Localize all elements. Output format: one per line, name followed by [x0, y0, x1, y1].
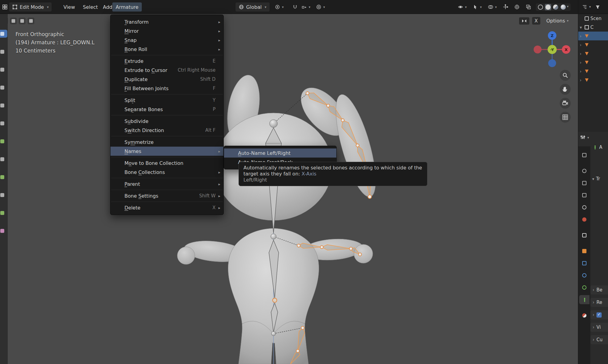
- outliner-row-object-1[interactable]: ›: [578, 32, 608, 40]
- menu-item-extrude[interactable]: ExtrudeE: [110, 56, 223, 66]
- measure-tool-button[interactable]: [0, 173, 7, 181]
- show-overlays-toggle[interactable]: [513, 4, 521, 10]
- extrude-tool-button[interactable]: [0, 191, 7, 199]
- menu-armature[interactable]: Armature: [112, 2, 142, 12]
- mirror-axes-button[interactable]: [519, 17, 529, 25]
- submenu-item-auto-name-left-right[interactable]: Auto-Name Left/Right: [224, 148, 336, 158]
- filter-icon[interactable]: [595, 4, 600, 10]
- cursor-tool-button[interactable]: [0, 66, 7, 73]
- overlays-selector[interactable]: [486, 4, 498, 10]
- mode-selector[interactable]: Edit Mode: [9, 2, 52, 12]
- properties-tab-view-layer[interactable]: [579, 191, 589, 200]
- menu-item-transform[interactable]: Transform▸: [110, 17, 223, 26]
- shading-wireframe-button[interactable]: [537, 4, 544, 10]
- properties-tab-scene[interactable]: [579, 203, 589, 212]
- outliner-row-object-3[interactable]: ›: [578, 49, 608, 58]
- menu-item-duplicate[interactable]: DuplicateShift D: [110, 75, 223, 84]
- panel-header-transform[interactable]: Tr: [592, 176, 600, 182]
- menu-item-names[interactable]: Names▸: [110, 147, 223, 156]
- panel-header-vi[interactable]: Vi: [590, 323, 608, 332]
- menu-item-bone-collections[interactable]: Bone Collections▸: [110, 168, 223, 177]
- properties-breadcrumb[interactable]: A: [593, 145, 602, 150]
- mirror-x-toggle[interactable]: X: [532, 17, 540, 25]
- tool-option-4-button[interactable]: [28, 18, 34, 24]
- shading-material-button[interactable]: [552, 4, 559, 10]
- gizmo-axis-neg-z[interactable]: [548, 59, 556, 67]
- outliner-editor-selector[interactable]: [580, 4, 593, 10]
- menu-item-extrude-to-cursor[interactable]: Extrude to CursorCtrl Right Mouse: [110, 66, 223, 75]
- menu-select[interactable]: Select: [80, 2, 101, 12]
- panel-header-re[interactable]: Re: [590, 298, 608, 307]
- transform-tool-button[interactable]: [0, 137, 7, 145]
- menu-item-delete[interactable]: DeleteX▸: [110, 203, 223, 212]
- select-box-tool-button[interactable]: [0, 48, 7, 56]
- bone-envelope-tool-button[interactable]: [0, 227, 7, 235]
- move-tool-button[interactable]: [0, 83, 7, 91]
- options-dropdown[interactable]: Options: [545, 18, 570, 24]
- menu-item-bone-settings[interactable]: Bone SettingsShift W▸: [110, 191, 223, 200]
- properties-editor-selector[interactable]: [580, 134, 589, 140]
- deform-checkbox[interactable]: [596, 312, 602, 318]
- menu-item-parent[interactable]: Parent▸: [110, 179, 223, 189]
- navigation-gizmo[interactable]: Z X -Y: [533, 31, 571, 68]
- camera-view-button[interactable]: [560, 98, 571, 109]
- properties-tab-physics[interactable]: [579, 271, 589, 280]
- panel-header-deform[interactable]: [590, 310, 608, 319]
- menu-item-split[interactable]: SplitY: [110, 96, 223, 105]
- panel-header-cu[interactable]: Cu: [590, 335, 608, 344]
- chevron-icon: ›: [580, 43, 583, 47]
- menu-view[interactable]: View: [60, 2, 78, 12]
- select-tool-selector[interactable]: [471, 4, 483, 10]
- scale-tool-button[interactable]: [0, 119, 7, 127]
- properties-tab-material[interactable]: [579, 311, 589, 320]
- outliner-row-object-2[interactable]: ›: [578, 40, 608, 49]
- tweak-tool-button[interactable]: [0, 30, 7, 38]
- properties-tab-data[interactable]: [579, 295, 589, 304]
- properties-tab-world[interactable]: [579, 215, 589, 224]
- properties-tab-modifiers[interactable]: [579, 259, 589, 268]
- snap-toggle[interactable]: [291, 2, 299, 12]
- grid-toggle-button[interactable]: [560, 112, 571, 123]
- menu-item-mirror[interactable]: Mirror▸: [110, 26, 223, 36]
- outliner-row-object-5[interactable]: ›: [578, 67, 608, 76]
- outliner-row-object-6[interactable]: ›: [578, 76, 608, 84]
- zoom-button[interactable]: [560, 70, 571, 81]
- tool-option-3-button[interactable]: [19, 18, 25, 24]
- shading-rendered-button[interactable]: [560, 4, 569, 10]
- pivot-point-selector[interactable]: [273, 2, 285, 12]
- chevron-icon: ›: [580, 51, 583, 56]
- menu-item-move-to-bone-collection[interactable]: Move to Bone Collection: [110, 158, 223, 168]
- pivot-point-icon: [275, 4, 280, 10]
- snap-settings-selector[interactable]: [300, 2, 312, 12]
- rotate-tool-button[interactable]: [0, 101, 7, 109]
- shear-tool-button[interactable]: [0, 209, 7, 217]
- outliner-row-object-4[interactable]: ›: [578, 58, 608, 67]
- menu-item-bone-roll[interactable]: Bone Roll▸: [110, 45, 223, 54]
- gizmo-axis-neg-x[interactable]: [534, 46, 542, 53]
- shading-solid-button[interactable]: [545, 4, 551, 10]
- properties-tab-collection[interactable]: [579, 231, 589, 240]
- gizmos-toggle[interactable]: [501, 4, 510, 10]
- menu-item-snap[interactable]: Snap▸: [110, 36, 223, 45]
- pan-button[interactable]: [560, 84, 571, 95]
- outliner-row-scene-collection[interactable]: Scen: [578, 14, 608, 23]
- visibility-selector[interactable]: [456, 4, 468, 10]
- panel-header-be[interactable]: Be: [590, 285, 608, 294]
- menu-item-fill-between-joints[interactable]: Fill Between JointsF: [110, 84, 223, 93]
- properties-tab-constraints[interactable]: [579, 283, 589, 292]
- menu-item-symmetrize[interactable]: Symmetrize: [110, 138, 223, 147]
- menu-item-subdivide[interactable]: Subdivide: [110, 117, 223, 126]
- properties-tab-tool[interactable]: [579, 151, 589, 160]
- xray-toggle[interactable]: [524, 4, 533, 10]
- annotate-tool-button[interactable]: [0, 155, 7, 163]
- properties-tab-object[interactable]: [579, 247, 589, 256]
- properties-tab-output[interactable]: [579, 179, 589, 188]
- menu-item-separate-bones[interactable]: Separate BonesP: [110, 105, 223, 114]
- transform-orientation-selector[interactable]: Global: [236, 2, 270, 12]
- properties-tab-render[interactable]: [579, 166, 589, 175]
- tool-option-2-button[interactable]: [10, 18, 17, 24]
- outliner-row-collection[interactable]: ▾C: [578, 23, 608, 32]
- proportional-editing-selector[interactable]: [314, 2, 327, 12]
- menu-item-switch-direction[interactable]: Switch DirectionAlt F: [110, 126, 223, 135]
- camera-icon: [562, 100, 569, 107]
